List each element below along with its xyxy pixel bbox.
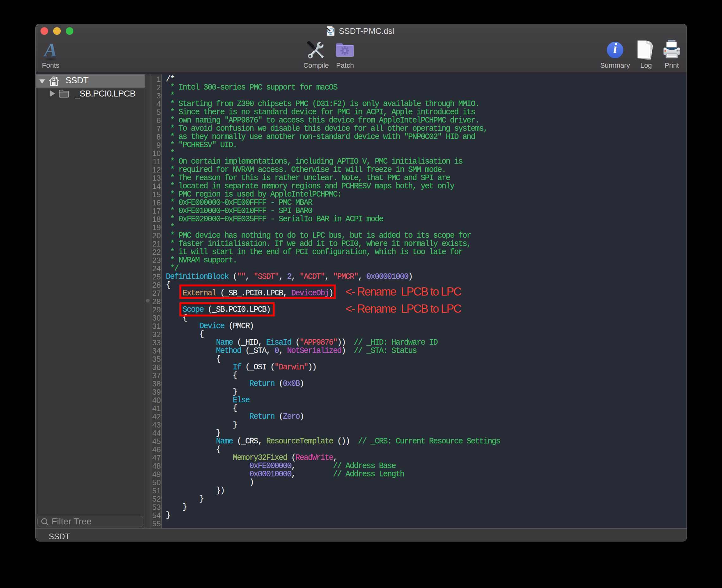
svg-text:DSL: DSL <box>329 33 333 35</box>
